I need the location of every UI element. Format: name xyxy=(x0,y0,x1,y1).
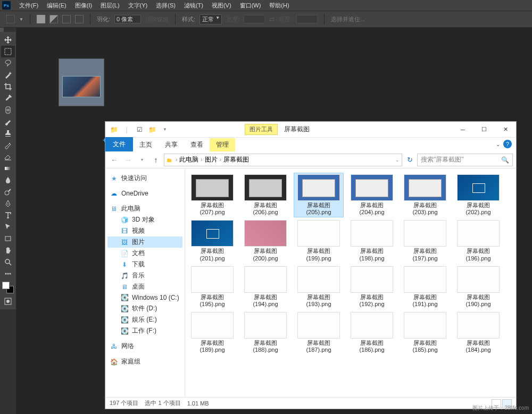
file-item[interactable]: 屏幕截图 (187).png xyxy=(294,310,344,355)
file-item[interactable]: 屏幕截图 (205).png xyxy=(294,173,344,217)
sidebar-quick-access[interactable]: ★ 快速访问 xyxy=(107,173,182,184)
breadcrumb-pictures[interactable]: 图片 xyxy=(204,155,219,164)
sidebar-homegroup[interactable]: 🏠 家庭组 xyxy=(107,356,182,367)
search-icon[interactable]: 🔍 xyxy=(501,156,509,164)
sidebar-this-pc[interactable]: 🖥 此电脑 xyxy=(107,203,182,214)
file-item[interactable]: 屏幕截图 (199).png xyxy=(294,218,344,263)
file-item[interactable]: 屏幕截图 (192).png xyxy=(347,265,397,309)
rectangle-tool[interactable] xyxy=(1,233,15,244)
file-item[interactable]: 屏幕截图 (204).png xyxy=(347,173,397,217)
brush-tool[interactable] xyxy=(1,116,15,128)
style-select[interactable]: 正常 ▼ xyxy=(200,14,222,24)
file-item[interactable]: 屏幕截图 (191).png xyxy=(400,265,450,309)
file-item[interactable]: 屏幕截图 (203).png xyxy=(400,173,450,217)
hand-tool[interactable] xyxy=(1,244,15,256)
nav-history-icon[interactable]: ▾ xyxy=(136,154,148,166)
file-item[interactable]: 屏幕截图 (207).png xyxy=(187,173,237,217)
sidebar-item[interactable]: 💽Windows 10 (C:) xyxy=(107,292,182,303)
crumb-sep-icon[interactable]: › xyxy=(219,157,222,163)
file-item[interactable]: 屏幕截图 (184).png xyxy=(453,310,503,355)
selection-intersect-icon[interactable] xyxy=(75,15,84,23)
file-item[interactable]: 屏幕截图 (190).png xyxy=(453,265,503,309)
sidebar-item[interactable]: 🖥桌面 xyxy=(107,281,182,292)
addr-dropdown-icon[interactable]: ⌄ xyxy=(395,157,400,163)
history-brush-tool[interactable] xyxy=(1,139,15,151)
nav-back-button[interactable]: ← xyxy=(109,154,120,166)
tab-home[interactable]: 主页 xyxy=(133,138,159,151)
chevron-down-icon[interactable]: ▼ xyxy=(19,17,23,22)
breadcrumb-this-pc[interactable]: 此电脑 xyxy=(178,155,200,164)
crumb-sep-icon[interactable]: › xyxy=(174,157,178,163)
refresh-button[interactable]: ↻ xyxy=(404,156,415,164)
menu-item[interactable]: 文件(F) xyxy=(15,1,43,11)
tab-view[interactable]: 查看 xyxy=(184,138,210,151)
file-item[interactable]: 屏幕截图 (186).png xyxy=(347,310,397,355)
menu-item[interactable]: 帮助(H) xyxy=(265,1,293,11)
nav-up-button[interactable]: ↑ xyxy=(150,154,162,166)
eyedropper-tool[interactable] xyxy=(1,92,15,104)
sidebar-onedrive[interactable]: ☁ OneDrive xyxy=(107,188,182,199)
address-bar[interactable]: 🖿 › 此电脑 › 图片 › 屏幕截图 ⌄ xyxy=(164,154,402,166)
crop-tool[interactable] xyxy=(1,81,15,92)
file-item[interactable]: 屏幕截图 (198).png xyxy=(347,218,397,263)
pen-tool[interactable] xyxy=(1,198,15,209)
qat-properties-icon[interactable]: ☑ xyxy=(134,124,145,136)
feather-input[interactable] xyxy=(114,15,141,23)
file-item[interactable]: 屏幕截图 (188).png xyxy=(240,310,290,355)
crumb-sep-icon[interactable]: › xyxy=(200,157,203,163)
zoom-tool[interactable] xyxy=(1,256,15,268)
file-item[interactable]: 屏幕截图 (206).png xyxy=(240,173,290,217)
sidebar-item[interactable]: 📄文档 xyxy=(107,248,182,259)
path-selection-tool[interactable] xyxy=(1,221,15,233)
blur-tool[interactable] xyxy=(1,174,15,186)
menu-item[interactable]: 窗口(W) xyxy=(236,1,265,11)
eraser-tool[interactable] xyxy=(1,151,15,163)
menu-item[interactable]: 图像(I) xyxy=(71,1,96,11)
sidebar-item[interactable]: 🎵音乐 xyxy=(107,270,182,281)
stamp-tool[interactable] xyxy=(1,128,15,139)
selection-subtract-icon[interactable] xyxy=(62,15,71,23)
qat-new-folder-icon[interactable]: 📁 xyxy=(147,124,157,136)
menu-item[interactable]: 图层(L) xyxy=(96,1,123,11)
explorer-titlebar[interactable]: 📁 | ☑ 📁 ▼ 图片工具 屏幕截图 ─ ☐ ✕ xyxy=(105,122,516,138)
sidebar-network[interactable]: 🖧 网络 xyxy=(107,341,182,352)
file-item[interactable]: 屏幕截图 (196).png xyxy=(453,218,503,263)
selection-new-icon[interactable] xyxy=(37,15,45,23)
file-item[interactable]: 屏幕截图 (194).png xyxy=(240,265,290,309)
menu-item[interactable]: 视图(V) xyxy=(207,1,236,11)
lasso-tool[interactable] xyxy=(1,57,15,69)
file-item[interactable]: 屏幕截图 (189).png xyxy=(187,310,237,355)
color-swatches[interactable] xyxy=(2,282,14,293)
breadcrumb-screenshots[interactable]: 屏幕截图 xyxy=(222,155,250,164)
file-item[interactable]: 屏幕截图 (202).png xyxy=(453,173,503,217)
file-item[interactable]: 屏幕截图 (195).png xyxy=(187,265,237,309)
file-list[interactable]: 屏幕截图 (207).png屏幕截图 (206).png屏幕截图 (205).p… xyxy=(185,168,516,397)
move-tool[interactable] xyxy=(1,34,15,46)
sidebar-item[interactable]: 💽软件 (D:) xyxy=(107,303,182,314)
more-tools[interactable] xyxy=(1,268,15,280)
sidebar-item[interactable]: 🎞视频 xyxy=(107,225,182,236)
help-icon[interactable]: ? xyxy=(503,140,512,148)
tab-share[interactable]: 共享 xyxy=(159,138,184,151)
sidebar-item[interactable]: 🖼图片 xyxy=(107,236,182,248)
sidebar-item[interactable]: 💽娱乐 (E:) xyxy=(107,314,182,325)
quick-mask-tool[interactable] xyxy=(1,295,15,307)
dodge-tool[interactable] xyxy=(1,186,15,198)
file-explorer-window[interactable]: 📁 | ☑ 📁 ▼ 图片工具 屏幕截图 ─ ☐ ✕ 文件 主页 共享 查看 管理… xyxy=(105,121,517,409)
gradient-tool[interactable] xyxy=(1,163,15,174)
menu-item[interactable]: 文字(Y) xyxy=(124,1,152,11)
file-item[interactable]: 屏幕截图 (197).png xyxy=(400,218,450,263)
file-item[interactable]: 屏幕截图 (201).png xyxy=(187,218,237,263)
document-thumb[interactable] xyxy=(59,58,104,106)
tab-manage[interactable]: 管理 xyxy=(210,138,235,151)
selection-add-icon[interactable] xyxy=(49,15,58,23)
healing-tool[interactable] xyxy=(1,104,15,116)
type-tool[interactable] xyxy=(1,209,15,221)
file-item[interactable]: 屏幕截图 (185).png xyxy=(400,310,450,355)
close-button[interactable]: ✕ xyxy=(495,122,516,137)
sidebar-item[interactable]: 💽工作 (F:) xyxy=(107,325,182,336)
menu-item[interactable]: 选择(S) xyxy=(152,1,180,11)
tab-file[interactable]: 文件 xyxy=(105,137,133,151)
marquee-tool[interactable] xyxy=(1,46,15,57)
sidebar-item[interactable]: 🧊3D 对象 xyxy=(107,214,182,225)
